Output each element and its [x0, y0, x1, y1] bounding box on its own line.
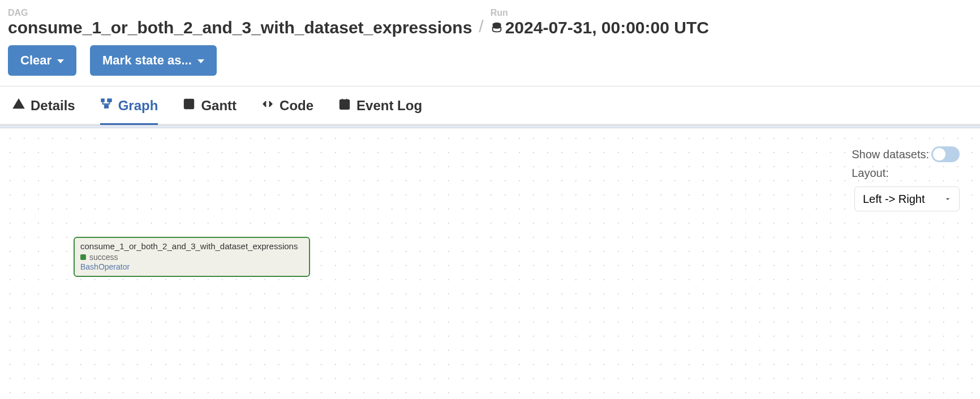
tab-label: Details — [31, 98, 75, 114]
run-value: 2024-07-31, 00:00:00 UTC — [491, 18, 709, 37]
mark-state-button-label: Mark state as... — [102, 53, 192, 68]
layout-label: Layout: — [852, 167, 889, 180]
svg-rect-4 — [108, 99, 111, 102]
tab-details[interactable]: Details — [12, 98, 75, 124]
warning-icon — [12, 98, 25, 114]
run-timestamp: 2024-07-31, 00:00:00 UTC — [505, 18, 709, 37]
task-node[interactable]: consume_1_or_both_2_and_3_with_dataset_e… — [74, 237, 310, 277]
tab-event-log[interactable]: Event Log — [338, 98, 422, 124]
caret-down-icon — [57, 59, 64, 63]
toggle-knob — [933, 148, 945, 161]
dag-label: DAG — [8, 8, 472, 18]
action-buttons: Clear Mark state as... — [8, 37, 972, 86]
mark-state-button[interactable]: Mark state as... — [90, 45, 217, 76]
tab-gantt[interactable]: Gantt — [183, 98, 237, 124]
graph-controls: Show datasets: Layout: Left -> Right — [852, 146, 960, 211]
breadcrumb-dag[interactable]: DAG consume_1_or_both_2_and_3_with_datas… — [8, 8, 472, 37]
layout-select[interactable]: Left -> Right — [854, 187, 960, 211]
tab-code[interactable]: Code — [261, 98, 313, 124]
gantt-icon — [183, 98, 195, 114]
show-datasets-label: Show datasets: — [852, 148, 929, 161]
breadcrumb-run[interactable]: Run 2024-07-31, 00:00:00 UTC — [491, 8, 709, 37]
task-title: consume_1_or_both_2_and_3_with_dataset_e… — [80, 241, 303, 251]
graph-icon — [100, 98, 113, 114]
status-success-icon — [80, 254, 86, 260]
page-header: DAG consume_1_or_both_2_and_3_with_datas… — [0, 0, 980, 86]
clear-button[interactable]: Clear — [8, 45, 76, 76]
tab-label: Gantt — [201, 98, 237, 114]
tab-label: Graph — [118, 98, 158, 114]
graph-canvas[interactable]: Show datasets: Layout: Left -> Right con… — [0, 128, 980, 394]
clear-button-label: Clear — [20, 53, 51, 68]
dag-name: consume_1_or_both_2_and_3_with_dataset_e… — [8, 18, 472, 37]
svg-rect-5 — [104, 105, 108, 109]
task-status-row: success — [80, 253, 303, 262]
breadcrumb: DAG consume_1_or_both_2_and_3_with_datas… — [8, 8, 972, 37]
database-icon — [491, 18, 503, 37]
caret-down-icon — [197, 59, 204, 63]
calendar-icon — [338, 98, 351, 114]
tab-label: Code — [280, 98, 313, 114]
tab-graph[interactable]: Graph — [100, 98, 158, 124]
show-datasets-control: Show datasets: — [852, 146, 960, 162]
task-status: success — [89, 253, 118, 262]
layout-label-row: Layout: — [852, 167, 889, 180]
task-operator: BashOperator — [80, 262, 303, 271]
svg-point-2 — [18, 106, 19, 107]
tabs: Details Graph Gantt Code Event Log — [0, 86, 980, 125]
run-label: Run — [491, 8, 709, 18]
svg-rect-3 — [101, 99, 105, 102]
code-icon — [261, 98, 274, 114]
show-datasets-toggle[interactable] — [931, 146, 960, 162]
tab-label: Event Log — [356, 98, 422, 114]
breadcrumb-separator: / — [479, 17, 483, 37]
